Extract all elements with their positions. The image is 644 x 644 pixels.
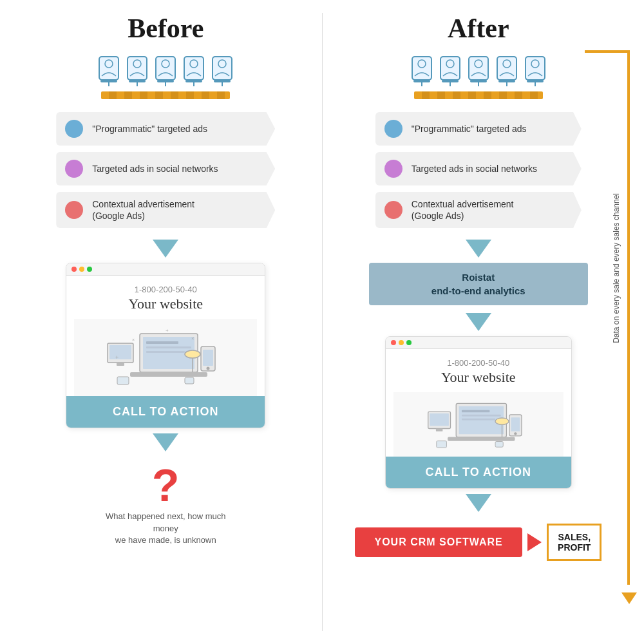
question-mark: ? [152,463,180,508]
contextual-dot [65,201,83,219]
orange-arrow-vertical [627,50,630,585]
before-arrow-to-website [153,240,178,258]
svg-rect-63 [462,410,489,412]
svg-rect-6 [129,80,146,82]
svg-rect-22 [130,372,207,377]
titlebar-green-dot [87,267,92,272]
roistat-line1: Roistat [462,272,495,283]
after-cta-button[interactable]: CALL TO ACTION [386,457,571,488]
website-content: 1-800-200-50-40 Your website [66,276,265,396]
sales-box: SALES,PROFIT [547,524,601,561]
svg-text:+: + [166,328,169,334]
before-ad-contextual: Contextual advertisement(Google Ads) [56,192,275,228]
svg-rect-14 [185,80,202,82]
after-website-phone: 1-800-200-50-40 [393,358,564,368]
svg-rect-65 [462,419,495,421]
after-person-icon-2 [438,55,462,88]
svg-rect-70 [430,413,449,426]
before-people-row [97,55,234,88]
after-programmatic-dot [384,120,402,138]
sales-text: SALES,PROFIT [558,532,591,553]
person-icon-1 [97,55,121,88]
svg-rect-42 [413,80,430,82]
after-person-icon-5 [523,55,547,88]
before-arrow-to-question [153,433,178,451]
roistat-box: Roistat end-to-end analytics [369,263,588,305]
titlebar-yellow-dot [79,267,84,272]
after-platform-bar [414,91,543,99]
svg-rect-10 [157,80,174,82]
website-heading: Your website [74,296,257,312]
svg-text:+: + [115,354,118,361]
svg-rect-30 [109,345,131,359]
computer-illustration-after [393,392,564,457]
contextual-label: Contextual advertisement(Google Ads) [92,198,194,222]
after-person-icon-1 [410,55,434,88]
svg-text:×: × [132,337,135,342]
programmatic-label: "Programmatic" targeted ads [92,123,207,135]
website-titlebar [66,263,265,276]
after-arrow-to-roistat [466,240,491,258]
before-ad-social: Targeted ads in social networks [56,152,275,185]
svg-rect-58 [527,80,544,82]
after-ad-programmatic: "Programmatic" targeted ads [375,112,582,146]
after-arrow-to-website [466,313,491,331]
after-person-icon-3 [466,55,491,88]
after-bottom-row: YOUR CRM SOFTWARE SALES,PROFIT [355,524,601,561]
after-titlebar-green-dot [406,340,412,345]
after-website-content: 1-800-200-50-40 Your website [386,349,571,457]
orange-arrow-down-triangle [621,592,637,604]
person-icon-5 [210,55,234,88]
svg-rect-35 [185,377,194,384]
after-title: After [448,13,509,44]
website-phone: 1-800-200-50-40 [74,285,257,294]
after-contextual-label: Contextual advertisement(Google Ads) [412,198,514,222]
after-person-icon-4 [495,55,519,88]
question-text: What happened next, how much moneywe hav… [95,511,236,546]
svg-rect-74 [437,441,447,448]
svg-point-33 [185,350,200,358]
svg-point-28 [207,366,210,370]
after-ad-social: Targeted ads in social networks [375,152,582,185]
computer-svg-after [417,392,540,457]
after-website-mockup: 1-800-200-50-40 Your website [385,336,572,489]
roistat-line2: end-to-end analytics [431,285,526,296]
svg-rect-50 [470,80,487,82]
programmatic-dot [65,120,83,138]
svg-rect-24 [146,346,191,348]
after-social-dot [384,160,402,178]
before-platform-bar [101,91,230,99]
svg-rect-71 [436,429,442,431]
svg-rect-2 [100,80,117,82]
after-ad-contextual: Contextual advertisement(Google Ads) [375,192,582,228]
computer-illustration-before: + × + × [74,319,257,396]
roistat-text: Roistat end-to-end analytics [377,270,580,298]
svg-rect-27 [203,350,213,366]
before-column: Before "Programmatic" targeted ads Tar [13,13,319,631]
svg-rect-46 [442,80,459,82]
svg-rect-75 [495,442,503,448]
column-divider [322,13,323,631]
after-titlebar-yellow-dot [399,340,404,345]
svg-rect-34 [117,377,129,384]
svg-text:×: × [191,336,194,341]
crm-to-sales-arrow [527,533,542,551]
svg-rect-18 [214,80,231,82]
after-contextual-dot [384,201,402,219]
svg-point-68 [514,433,516,435]
orange-arrow-top-horizontal [585,50,630,53]
before-title: Before [128,13,204,44]
svg-rect-25 [146,351,185,353]
crm-box[interactable]: YOUR CRM SOFTWARE [355,527,522,557]
computer-svg-before: + × + × [101,321,230,395]
svg-rect-23 [146,341,178,344]
svg-rect-54 [498,80,515,82]
svg-rect-62 [448,437,515,441]
svg-rect-31 [117,363,124,366]
after-programmatic-label: "Programmatic" targeted ads [412,123,527,135]
after-arrow-to-crm [466,494,491,512]
after-people-row [410,55,547,88]
after-column: After "Programmatic" targeted ads Target… [326,13,632,631]
before-website-mockup: 1-800-200-50-40 Your website [66,263,265,428]
before-cta-button[interactable]: CALL TO ACTION [66,396,265,428]
